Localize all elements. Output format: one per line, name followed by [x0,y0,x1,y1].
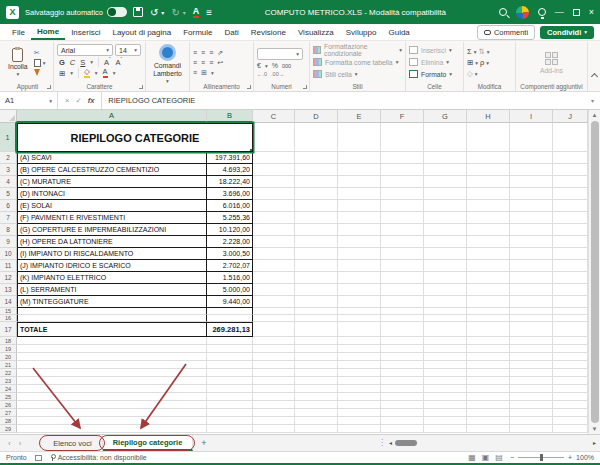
cell-G13[interactable] [424,284,467,296]
cell-F29[interactable] [381,425,424,433]
cell-F4[interactable] [381,176,424,188]
col-header-G[interactable]: G [424,110,467,123]
insert-cells-button[interactable]: Inserisci▾ [409,44,460,56]
cell-F23[interactable] [381,377,424,385]
row-header-29[interactable]: 29 [0,425,17,433]
cell-A12[interactable]: (K) IMPIANTO ELETTRICO [17,272,207,284]
cell-D24[interactable] [295,385,338,393]
cell-C14[interactable] [253,296,295,308]
cell-E14[interactable] [338,296,381,308]
cell-D13[interactable] [295,284,338,296]
row-header-28[interactable]: 28 [0,417,17,425]
cell-I8[interactable] [510,224,553,236]
cell-J28[interactable] [553,417,588,425]
cell-B11[interactable]: 2.702,07 [207,260,253,272]
cell-C10[interactable] [253,248,295,260]
cell-A19[interactable] [17,345,207,353]
prev-sheet-icon[interactable]: ‹ [8,439,11,448]
tab-splitter-icon[interactable]: ⋮ [378,438,386,447]
cell-I18[interactable] [510,337,553,345]
cell-H13[interactable] [467,284,510,296]
cell-J3[interactable] [553,164,588,176]
cell-G16[interactable] [424,315,467,322]
scroll-left-icon[interactable]: ◂ [389,439,392,446]
cell-C27[interactable] [253,409,295,417]
cell-I4[interactable] [510,176,553,188]
cell-C21[interactable] [253,361,295,369]
cell-E21[interactable] [338,361,381,369]
percent-format-icon[interactable]: % [272,62,278,69]
cell-E13[interactable] [338,284,381,296]
comments-button[interactable]: Commenti [477,25,535,40]
cell-J13[interactable] [553,284,588,296]
cell-C28[interactable] [253,417,295,425]
row-header-13[interactable]: 13 [0,284,17,296]
cell-A14[interactable]: (M) TINTEGGIATURE [17,296,207,308]
excel-logo-icon[interactable]: X [6,6,19,19]
ribbon-collapse-button[interactable] [588,42,600,91]
cell-F3[interactable] [381,164,424,176]
cell-A24[interactable] [17,385,207,393]
new-sheet-button[interactable]: + [193,435,214,451]
cell-A21[interactable] [17,361,207,369]
cell-F19[interactable] [381,345,424,353]
cell-D6[interactable] [295,200,338,212]
col-header-F[interactable]: F [381,110,424,123]
cell-C8[interactable] [253,224,295,236]
normal-view-icon[interactable]: ▦ [468,453,476,462]
cell-B5[interactable]: 3.696,00 [207,188,253,200]
row-header-17[interactable]: 17 [0,322,17,337]
cell-H5[interactable] [467,188,510,200]
cell-I16[interactable] [510,315,553,322]
cell-D12[interactable] [295,272,338,284]
save-icon[interactable] [133,7,143,17]
cell-A15[interactable] [17,308,207,315]
cell-J15[interactable] [553,308,588,315]
cell-E29[interactable] [338,425,381,433]
cell-E6[interactable] [338,200,381,212]
cell-J4[interactable] [553,176,588,188]
row-header-22[interactable]: 22 [0,369,17,377]
cell-D20[interactable] [295,353,338,361]
cell-H19[interactable] [467,345,510,353]
cell-C29[interactable] [253,425,295,433]
row-header-14[interactable]: 14 [0,296,17,308]
cell-H20[interactable] [467,353,510,361]
page-layout-view-icon[interactable]: ▣ [482,453,490,462]
align-right-icon[interactable]: ≡ [209,59,213,66]
cell-F28[interactable] [381,417,424,425]
cell-E17[interactable] [338,322,381,337]
cell-J10[interactable] [553,248,588,260]
cell-B26[interactable] [207,401,253,409]
cell-B8[interactable]: 10.120,00 [207,224,253,236]
cell-E22[interactable] [338,369,381,377]
cell-D11[interactable] [295,260,338,272]
vertical-scrollbar[interactable]: ▲ ▼ [588,110,600,434]
cell-H18[interactable] [467,337,510,345]
align-top-icon[interactable]: ≡ [193,49,197,56]
row-header-18[interactable]: 18 [0,337,17,345]
cell-F26[interactable] [381,401,424,409]
cell-B20[interactable] [207,353,253,361]
cell-H2[interactable] [467,152,510,164]
cell-I11[interactable] [510,260,553,272]
cell-A28[interactable] [17,417,207,425]
cell-G1[interactable] [424,123,467,152]
cell-E4[interactable] [338,176,381,188]
cell-G8[interactable] [424,224,467,236]
cell-A23[interactable] [17,377,207,385]
cell-D27[interactable] [295,409,338,417]
formula-bar-expand-icon[interactable]: ▾ [585,92,600,109]
cell-F15[interactable] [381,308,424,315]
align-center-icon[interactable]: ≡ [201,59,205,66]
cell-J8[interactable] [553,224,588,236]
row-header-21[interactable]: 21 [0,361,17,369]
cell-E23[interactable] [338,377,381,385]
cell-C12[interactable] [253,272,295,284]
orientation-icon[interactable]: ⇗ [217,49,223,57]
delete-cells-button[interactable]: Elimina▾ [409,56,460,68]
cell-H15[interactable] [467,308,510,315]
cell-D23[interactable] [295,377,338,385]
cell-E9[interactable] [338,236,381,248]
cell-J9[interactable] [553,236,588,248]
